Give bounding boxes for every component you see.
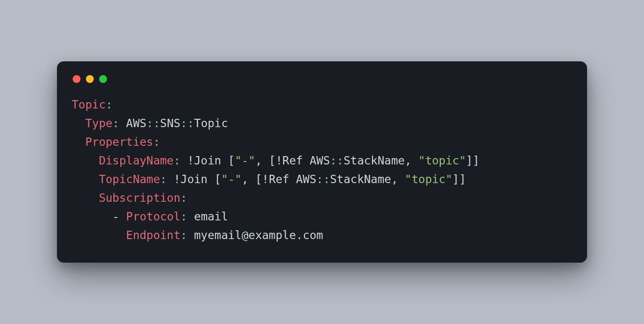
yaml-key: Endpoint <box>126 229 181 242</box>
colon: : <box>181 191 188 204</box>
yaml-value: myemail@example.com <box>187 229 323 242</box>
comma: , <box>242 173 255 186</box>
double-colon: :: <box>317 173 330 186</box>
yaml-fn: !Join <box>181 154 228 167</box>
colon: : <box>174 154 181 167</box>
bracket: ]] <box>466 154 480 167</box>
yaml-value: SNS <box>160 117 181 130</box>
yaml-fn: !Join <box>167 173 215 186</box>
bracket: [ <box>269 154 276 167</box>
yaml-key: TopicName <box>99 173 160 186</box>
yaml-key: DisplayName <box>99 154 173 167</box>
yaml-value <box>119 117 126 130</box>
double-colon: :: <box>181 117 194 130</box>
yaml-value: StackName <box>330 173 391 186</box>
maximize-icon[interactable] <box>99 75 107 83</box>
double-colon: :: <box>146 117 160 130</box>
yaml-fn: !Ref AWS <box>262 173 317 186</box>
yaml-key: Properties <box>85 135 153 148</box>
yaml-key: Type <box>85 117 112 130</box>
close-icon[interactable] <box>73 75 80 83</box>
comma: , <box>255 154 269 167</box>
colon: : <box>181 210 188 223</box>
yaml-string: "topic" <box>418 154 466 167</box>
yaml-string: "-" <box>235 154 255 167</box>
comma: , <box>391 173 405 186</box>
yaml-value: email <box>187 210 228 223</box>
colon: : <box>106 98 112 111</box>
yaml-value: AWS <box>126 117 147 130</box>
bracket: [ <box>228 154 235 167</box>
yaml-key: Protocol <box>126 210 181 223</box>
colon: : <box>112 117 119 130</box>
colon: : <box>181 229 188 242</box>
bracket: ]] <box>453 173 466 186</box>
double-colon: :: <box>330 154 344 167</box>
window-titlebar <box>72 73 572 96</box>
yaml-value: StackName <box>344 154 405 167</box>
comma: , <box>405 154 419 167</box>
code-block: Topic: Type: AWS::SNS::Topic Properties:… <box>72 96 572 245</box>
bracket: [ <box>215 173 221 186</box>
code-window: Topic: Type: AWS::SNS::Topic Properties:… <box>57 61 587 263</box>
yaml-string: "topic" <box>405 173 453 186</box>
yaml-key: Topic <box>72 98 106 111</box>
yaml-string: "-" <box>221 173 242 186</box>
colon: : <box>153 135 160 148</box>
minimize-icon[interactable] <box>86 75 94 83</box>
yaml-key: Subscription <box>99 191 180 204</box>
bracket: [ <box>255 173 262 186</box>
yaml-value: Topic <box>194 117 228 130</box>
yaml-fn: !Ref AWS <box>275 154 330 167</box>
colon: : <box>160 173 167 186</box>
list-dash: - <box>112 210 126 223</box>
